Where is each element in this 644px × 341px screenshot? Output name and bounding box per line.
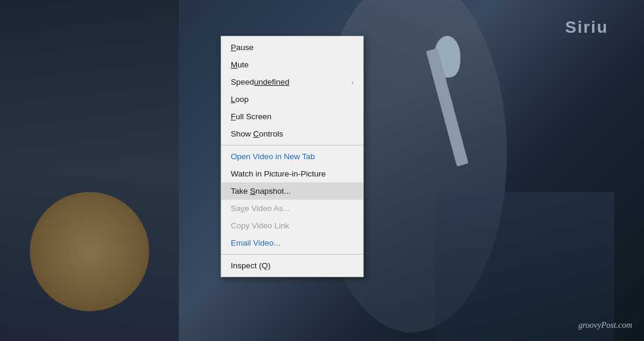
menu-label-inspect: Inspect (Q) (231, 261, 354, 270)
menu-label-save-video: Save Video As... (231, 204, 354, 213)
menu-item-inspect[interactable]: Inspect (Q) (221, 257, 363, 274)
menu-item-speed[interactable]: Speedundefined› (221, 73, 363, 91)
menu-item-email-video[interactable]: Email Video... (221, 234, 363, 252)
menu-label-loop: Loop (231, 95, 354, 104)
menu-item-mute[interactable]: Mute (221, 56, 363, 73)
watermark: groovyPost.com (578, 321, 632, 330)
menu-label-fullscreen: Full Screen (231, 112, 354, 121)
sirius-logo: Siriu (565, 18, 608, 37)
menu-item-save-video[interactable]: Save Video As... (221, 200, 363, 217)
menu-item-copy-link[interactable]: Copy Video Link (221, 217, 363, 234)
menu-item-loop[interactable]: Loop (221, 91, 363, 108)
menu-item-show-controls[interactable]: Show Controls (221, 125, 363, 142)
menu-separator (221, 254, 363, 255)
menu-label-show-controls: Show Controls (231, 129, 354, 138)
menu-separator (221, 145, 363, 145)
menu-label-pause: Pause (231, 43, 354, 52)
bg-drums (435, 192, 614, 341)
context-menu: PauseMuteSpeedundefined›LoopFull ScreenS… (221, 36, 364, 277)
submenu-chevron-icon: › (351, 79, 354, 86)
menu-label-open-new-tab: Open Video in New Tab (231, 152, 354, 161)
menu-label-speed: Speedundefined (231, 78, 351, 86)
menu-item-pip[interactable]: Watch in Picture-in-Picture (221, 165, 363, 182)
menu-label-snapshot: Take Snapshot... (231, 187, 354, 196)
menu-item-fullscreen[interactable]: Full Screen (221, 108, 363, 125)
menu-label-pip: Watch in Picture-in-Picture (231, 169, 354, 178)
bg-guitar (30, 192, 149, 311)
menu-label-mute: Mute (231, 60, 354, 69)
menu-label-email-video: Email Video... (231, 238, 354, 247)
menu-label-copy-link: Copy Video Link (231, 221, 354, 230)
menu-item-pause[interactable]: Pause (221, 39, 363, 56)
menu-item-open-new-tab[interactable]: Open Video in New Tab (221, 148, 363, 165)
menu-item-snapshot[interactable]: Take Snapshot... (221, 182, 363, 200)
